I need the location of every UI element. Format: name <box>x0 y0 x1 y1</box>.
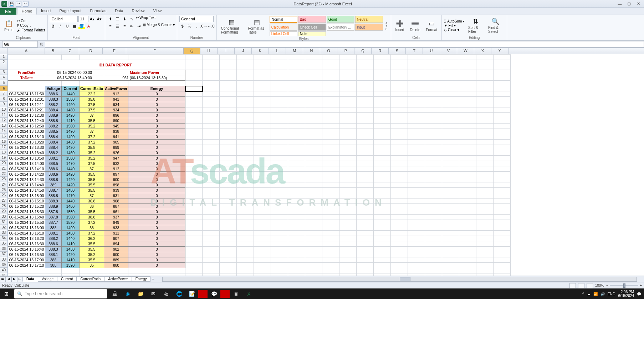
sheet-tab-data[interactable]: Data <box>22 276 38 282</box>
orientation-icon[interactable]: ⤡ <box>129 16 135 22</box>
gallery-down-icon[interactable]: ▼ <box>385 24 388 27</box>
cell-T31[interactable] <box>408 220 425 225</box>
cell-H4[interactable] <box>203 75 220 81</box>
cell-S27[interactable] <box>391 198 408 204</box>
cell-S1[interactable] <box>391 55 408 60</box>
cell-I31[interactable] <box>220 220 237 225</box>
cell-J16[interactable] <box>237 140 254 145</box>
cell-B15[interactable]: 388.4 <box>45 134 62 140</box>
cell-D31[interactable]: 37.2 <box>80 220 104 225</box>
cell-J10[interactable] <box>237 107 254 113</box>
cell-T23[interactable] <box>408 177 425 182</box>
cell-T13[interactable] <box>408 124 425 129</box>
cell-U15[interactable] <box>425 134 442 140</box>
col-header-R[interactable]: R <box>372 48 389 54</box>
cell-R5[interactable] <box>374 81 391 86</box>
cell-N37[interactable] <box>305 252 322 257</box>
row-header-24[interactable]: 24 <box>0 182 8 187</box>
cell-C40[interactable] <box>62 268 80 273</box>
cell-E3[interactable]: Maximum Power <box>104 70 185 75</box>
cell-W6[interactable] <box>459 86 476 91</box>
cell-X27[interactable] <box>476 198 494 204</box>
app4-icon[interactable] <box>220 290 230 298</box>
cell-E32[interactable]: 933 <box>104 225 128 231</box>
cell-M17[interactable] <box>288 145 305 150</box>
cell-B35[interactable]: 388.6 <box>45 241 62 247</box>
font-color-button[interactable]: A <box>86 23 92 29</box>
cell-I15[interactable] <box>220 134 237 140</box>
cell-W19[interactable] <box>459 156 476 161</box>
cell-F23[interactable]: 0 <box>128 177 185 182</box>
cell-A33[interactable]: 06-15-2024 13:16:10 <box>8 231 45 236</box>
cell-S6[interactable] <box>391 86 408 91</box>
cell-W8[interactable] <box>459 97 476 102</box>
cell-F7[interactable]: 0 <box>128 91 185 97</box>
cell-S12[interactable] <box>391 118 408 124</box>
cell-V23[interactable] <box>442 177 459 182</box>
cell-L19[interactable] <box>271 156 288 161</box>
cell-G15[interactable] <box>185 134 203 140</box>
cell-V20[interactable] <box>442 161 459 166</box>
worksheet-grid[interactable]: 1234567891011121314151617181920212223242… <box>0 54 644 276</box>
cell-K15[interactable] <box>254 134 271 140</box>
cell-I32[interactable] <box>220 225 237 231</box>
cell-A18[interactable]: 06-15-2024 13:13:40 <box>8 150 45 156</box>
cell-I24[interactable] <box>220 182 237 188</box>
cell-V1[interactable] <box>442 55 459 60</box>
cell-F31[interactable]: 0 <box>128 220 185 225</box>
cell-B39[interactable]: 388 <box>45 263 62 268</box>
cell-A23[interactable]: 06-15-2024 13:14:30 <box>8 177 45 182</box>
cell-E12[interactable]: 890 <box>104 118 128 124</box>
cell-U4[interactable] <box>425 75 442 81</box>
cell-S14[interactable] <box>391 129 408 134</box>
cell-I1[interactable] <box>220 55 237 60</box>
cell-Q16[interactable] <box>357 140 374 145</box>
cell-N8[interactable] <box>305 97 322 102</box>
cell-O15[interactable] <box>322 134 339 140</box>
col-header-C[interactable]: C <box>61 48 79 54</box>
cell-Q18[interactable] <box>357 150 374 156</box>
cell-M40[interactable] <box>288 268 305 273</box>
cell-O7[interactable] <box>322 91 339 97</box>
cell-C18[interactable]: 1460 <box>62 150 80 156</box>
cell-L18[interactable] <box>271 150 288 156</box>
cell-L1[interactable] <box>271 55 288 60</box>
cell-Q35[interactable] <box>357 241 374 247</box>
cell-I26[interactable] <box>220 193 237 198</box>
col-header-I[interactable]: I <box>218 48 235 54</box>
cell-N4[interactable] <box>305 75 322 81</box>
cell-F24[interactable]: 0 <box>128 182 185 188</box>
cell-D25[interactable]: 35.5 <box>80 188 104 193</box>
row-header-2[interactable]: 2 <box>0 60 8 70</box>
cell-P15[interactable] <box>339 134 357 140</box>
cell-V25[interactable] <box>442 188 459 193</box>
row-header-36[interactable]: 36 <box>0 246 8 252</box>
cell-U40[interactable] <box>425 268 442 273</box>
cell-T2[interactable] <box>408 60 425 70</box>
cell-K32[interactable] <box>254 225 271 231</box>
cell-C29[interactable]: 1550 <box>62 209 80 215</box>
cell-L3[interactable] <box>271 70 288 75</box>
cell-P29[interactable] <box>339 209 357 215</box>
cell-W23[interactable] <box>459 177 476 182</box>
cell-K35[interactable] <box>254 241 271 247</box>
cell-J25[interactable] <box>237 188 254 193</box>
cell-I18[interactable] <box>220 150 237 156</box>
cell-O37[interactable] <box>322 252 339 257</box>
col-header-O[interactable]: O <box>320 48 337 54</box>
cell-F5[interactable] <box>128 81 185 86</box>
sheet-tab-current[interactable]: Current <box>57 276 77 282</box>
cell-E16[interactable]: 905 <box>104 140 128 145</box>
style-neutral[interactable]: Neutral <box>355 16 383 23</box>
cell-T37[interactable] <box>408 252 425 257</box>
cell-G6[interactable] <box>185 86 203 91</box>
cell-X28[interactable] <box>476 204 494 209</box>
cell-J14[interactable] <box>237 129 254 134</box>
cell-Y13[interactable] <box>494 124 511 129</box>
font-name-select[interactable] <box>50 16 78 22</box>
cell-E11[interactable]: 896 <box>104 113 128 118</box>
cell-O11[interactable] <box>322 113 339 118</box>
cell-K5[interactable] <box>254 81 271 86</box>
cell-I40[interactable] <box>220 268 237 273</box>
fill-color-button[interactable]: 🪣 <box>78 23 85 29</box>
